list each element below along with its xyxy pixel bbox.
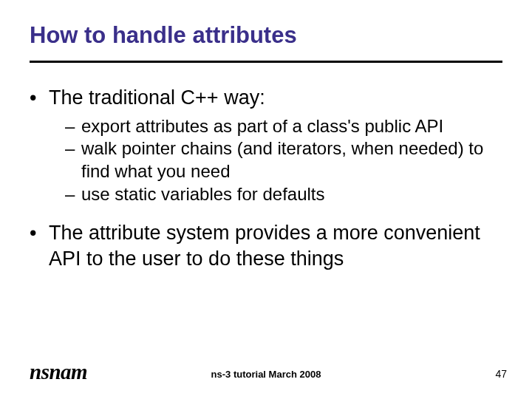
slide-title: How to handle attributes	[30, 22, 297, 49]
page-number: 47	[495, 368, 507, 380]
footer-caption: ns-3 tutorial March 2008	[0, 369, 532, 380]
bullet-sub-text: walk pointer chains (and iterators, when…	[81, 138, 483, 181]
sub-list-1: – export attributes as part of a class's…	[30, 115, 502, 206]
bullet-sub: – walk pointer chains (and iterators, wh…	[65, 137, 502, 183]
bullet-dash-icon: –	[65, 115, 81, 138]
title-underline	[30, 61, 502, 63]
bullet-main-2-text: The attribute system provides a more con…	[49, 222, 480, 270]
bullet-dot-icon: •	[30, 220, 49, 246]
bullet-sub: – use static variables for defaults	[65, 183, 502, 206]
slide-body: • The traditional C++ way: – export attr…	[30, 85, 502, 276]
bullet-main-1-text: The traditional C++ way:	[49, 86, 265, 109]
slide: How to handle attributes • The tradition…	[0, 0, 532, 399]
bullet-sub-text: export attributes as part of a class's p…	[81, 116, 443, 136]
bullet-main-1: • The traditional C++ way:	[30, 85, 502, 111]
bullet-dot-icon: •	[30, 85, 49, 111]
bullet-sub: – export attributes as part of a class's…	[65, 115, 502, 138]
bullet-sub-text: use static variables for defaults	[81, 184, 325, 204]
bullet-main-2: • The attribute system provides a more c…	[30, 220, 502, 271]
bullet-dash-icon: –	[65, 137, 81, 160]
slide-footer: nsnam ns-3 tutorial March 2008 47	[0, 358, 532, 387]
bullet-dash-icon: –	[65, 183, 81, 206]
